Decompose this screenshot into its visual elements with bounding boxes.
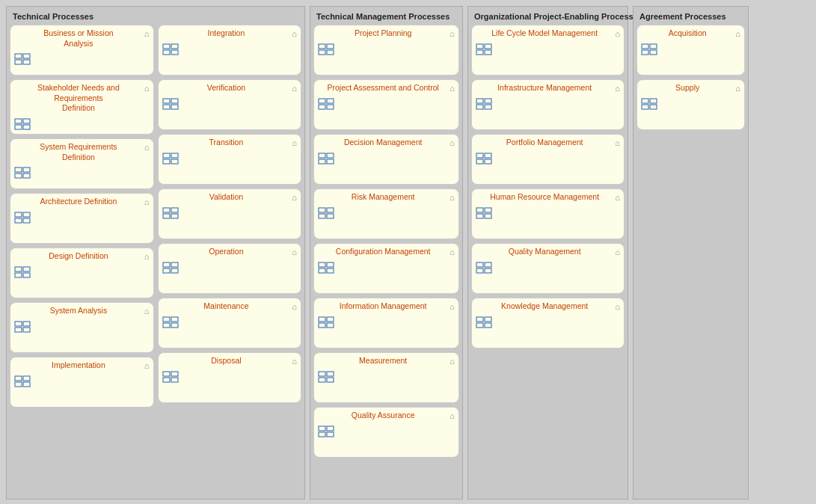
svg-rect-111 — [485, 323, 491, 328]
grid-icon — [162, 43, 179, 55]
card-supply[interactable]: Supply ⌂ — [636, 79, 745, 130]
grid-icon — [318, 207, 334, 219]
bookmark-icon: ⌂ — [615, 84, 620, 93]
svg-rect-84 — [319, 426, 325, 431]
svg-rect-12 — [15, 212, 22, 217]
svg-rect-115 — [650, 50, 657, 55]
card-acquisition[interactable]: Acquisition ⌂ — [636, 25, 745, 76]
card-maintenance[interactable]: Maintenance ⌂ — [158, 298, 302, 348]
svg-rect-47 — [171, 268, 178, 273]
bookmark-icon: ⌂ — [450, 29, 455, 38]
svg-rect-32 — [163, 99, 170, 103]
card-title: Validation — [162, 192, 292, 203]
svg-rect-93 — [485, 99, 491, 103]
card-human-resource-management[interactable]: Human Resource Management ⌂ — [471, 188, 625, 239]
card-disposal[interactable]: Disposal ⌂ — [158, 352, 302, 403]
card-operation[interactable]: Operation ⌂ — [158, 243, 302, 294]
svg-rect-51 — [171, 323, 178, 328]
svg-rect-80 — [319, 372, 325, 376]
svg-rect-69 — [327, 208, 334, 212]
card-title: Transition — [162, 138, 292, 148]
svg-rect-37 — [171, 153, 178, 158]
card-system-requirements[interactable]: System RequirementsDefinition ⌂ — [10, 138, 154, 189]
svg-rect-14 — [15, 218, 22, 223]
svg-rect-90 — [476, 50, 483, 55]
svg-rect-49 — [171, 317, 178, 322]
svg-rect-54 — [163, 378, 170, 382]
card-title: Decision Management — [318, 138, 450, 148]
card-title: Knowledge Management — [476, 301, 615, 312]
grid-icon — [14, 266, 31, 278]
bookmark-icon: ⌂ — [144, 307, 150, 316]
svg-rect-114 — [642, 50, 648, 55]
svg-rect-41 — [171, 208, 178, 212]
svg-rect-46 — [163, 268, 170, 273]
svg-rect-68 — [319, 208, 325, 212]
svg-rect-82 — [319, 378, 325, 382]
svg-rect-9 — [23, 168, 30, 172]
svg-rect-105 — [485, 262, 491, 267]
card-configuration-management[interactable]: Configuration Management ⌂ — [313, 243, 459, 294]
grid-icon — [641, 43, 657, 55]
svg-rect-29 — [171, 44, 178, 49]
svg-rect-67 — [327, 159, 334, 164]
card-project-planning[interactable]: Project Planning ⌂ — [313, 25, 459, 76]
card-decision-management[interactable]: Decision Management ⌂ — [313, 134, 459, 185]
card-title: Human Resource Management — [476, 192, 615, 203]
grid-icon — [318, 43, 334, 55]
grid-icon — [476, 153, 492, 165]
card-title: Maintenance — [162, 301, 292, 312]
grid-icon — [476, 316, 492, 328]
card-architecture-definition[interactable]: Architecture Definition ⌂ — [10, 193, 154, 244]
card-title: System RequirementsDefinition — [14, 142, 144, 162]
svg-rect-48 — [163, 317, 170, 322]
card-quality-assurance[interactable]: Quality Assurance ⌂ — [313, 407, 459, 458]
card-information-management[interactable]: Information Management ⌂ — [313, 298, 459, 348]
svg-rect-23 — [23, 328, 30, 332]
svg-rect-116 — [642, 99, 648, 103]
svg-rect-64 — [319, 153, 325, 158]
svg-rect-2 — [15, 60, 22, 64]
card-integration[interactable]: Integration ⌂ — [158, 25, 302, 76]
bookmark-icon: ⌂ — [292, 29, 297, 38]
card-portfolio-management[interactable]: Portfolio Management ⌂ — [471, 134, 625, 185]
card-title: Stakeholder Needs andRequirementsDefinit… — [14, 83, 144, 114]
card-title: Business or MissionAnalysis — [14, 28, 144, 49]
card-transition[interactable]: Transition ⌂ — [158, 134, 302, 185]
bookmark-icon: ⌂ — [735, 84, 740, 93]
svg-rect-98 — [476, 159, 483, 164]
svg-rect-71 — [327, 214, 334, 218]
card-risk-management[interactable]: Risk Management ⌂ — [313, 188, 459, 239]
bookmark-icon: ⌂ — [615, 248, 620, 256]
svg-rect-91 — [485, 50, 491, 55]
svg-rect-56 — [319, 44, 325, 49]
svg-rect-55 — [171, 378, 178, 382]
svg-rect-27 — [23, 382, 30, 387]
svg-rect-6 — [15, 125, 22, 129]
svg-rect-28 — [163, 44, 170, 49]
grid-icon — [318, 262, 334, 274]
card-implementation[interactable]: Implementation ⌂ — [10, 357, 154, 408]
grid-icon — [162, 153, 179, 165]
technical-left-col: Business or MissionAnalysis ⌂ — [10, 25, 154, 496]
card-business-mission[interactable]: Business or MissionAnalysis ⌂ — [10, 25, 154, 76]
column-header-agreement: Agreement Processes — [636, 10, 745, 25]
card-lifecycle-model[interactable]: Life Cycle Model Management ⌂ — [471, 25, 625, 76]
card-design-definition[interactable]: Design Definition ⌂ — [10, 248, 154, 298]
card-system-analysis[interactable]: System Analysis ⌂ — [10, 302, 154, 353]
card-knowledge-management[interactable]: Knowledge Management ⌂ — [471, 298, 625, 348]
card-validation[interactable]: Validation ⌂ — [158, 188, 302, 239]
card-infrastructure-management[interactable]: Infrastructure Management ⌂ — [471, 79, 625, 130]
card-project-assessment[interactable]: Project Assessment and Control ⌂ — [313, 79, 459, 130]
card-stakeholder-needs[interactable]: Stakeholder Needs andRequirementsDefinit… — [10, 79, 154, 135]
bookmark-icon: ⌂ — [450, 138, 455, 147]
bookmark-icon: ⌂ — [450, 193, 455, 202]
card-quality-management[interactable]: Quality Management ⌂ — [471, 243, 625, 294]
card-measurement[interactable]: Measurement ⌂ — [313, 352, 459, 403]
card-verification[interactable]: Verification ⌂ — [158, 79, 302, 130]
bookmark-icon: ⌂ — [292, 248, 297, 256]
svg-rect-26 — [15, 382, 22, 387]
agreement-cards: Acquisition ⌂ Supply ⌂ — [636, 25, 745, 496]
bookmark-icon: ⌂ — [615, 138, 620, 147]
bookmark-icon: ⌂ — [292, 84, 297, 93]
